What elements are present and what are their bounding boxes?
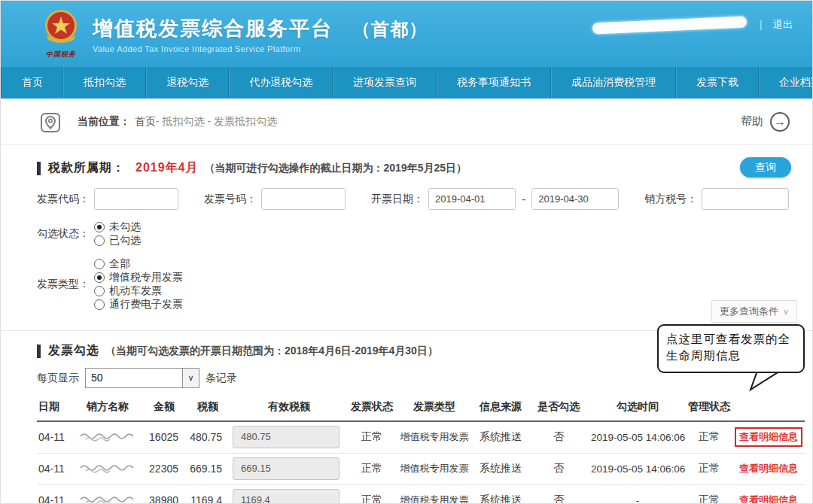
date-range-dash: -: [522, 193, 525, 206]
tax-period-value: 2019年4月: [136, 160, 199, 176]
cell-manage-status: 正常: [686, 421, 732, 453]
title-block: 增值税发票综合服务平台 （首都） Value Added Tax Invoice…: [93, 15, 428, 53]
nav-item-company-archive[interactable]: 企业档案信息: [759, 67, 813, 99]
invoice-check-note: （当期可勾选发票的开票日期范围为：2018年4月6日-2019年4月30日）: [105, 345, 438, 358]
logo-caption: 中国税务: [40, 50, 82, 59]
chevron-down-icon: ∨: [783, 307, 789, 317]
more-conditions-label: 更多查询条件: [720, 305, 778, 318]
cell-date: 04-11: [37, 453, 73, 484]
cell-effective-tax: 669.15: [230, 453, 349, 484]
breadcrumb-path: - 抵扣勾选 - 发票抵扣勾选: [156, 115, 277, 129]
view-detail-link[interactable]: 查看明细信息: [739, 463, 798, 474]
view-detail-link[interactable]: 查看明细信息: [739, 431, 798, 442]
section-bar: [37, 162, 41, 175]
radio-unchecked-icon[interactable]: [94, 299, 105, 310]
date-to-input[interactable]: [531, 188, 619, 210]
tax-period-note: （当期可进行勾选操作的截止日期为：2019年5月25日）: [205, 162, 467, 175]
nav-item-tax-notice[interactable]: 税务事项通知书: [437, 67, 551, 99]
help-button[interactable]: 帮助 →: [741, 112, 790, 132]
cell-checked: 否: [528, 421, 589, 453]
nav-item-invoice-download[interactable]: 发票下载: [676, 67, 759, 99]
table-row: 04-1122305669.15669.15正常增值税专用发票系统推送否2019…: [37, 453, 805, 484]
filter-inputs-row: 发票代码： 发票号码： 开票日期： - 销方税号：: [37, 188, 782, 210]
nav-item-deduction-check[interactable]: 抵扣勾选: [63, 67, 146, 99]
radio-checked-icon[interactable]: [94, 222, 105, 232]
invoice-type-option-2[interactable]: 机动车发票: [94, 284, 183, 298]
masked-seller-scribble: [78, 493, 137, 504]
cell-amount: 16025: [142, 421, 186, 453]
check-status-row: 勾选状态： 未勾选已勾选: [37, 220, 782, 247]
check-status-option-0[interactable]: 未勾选: [94, 220, 141, 234]
col-invoice-type: 发票类型: [395, 396, 473, 421]
effective-tax-input[interactable]: 1169.4: [233, 489, 340, 504]
invoice-number-input[interactable]: [261, 188, 346, 210]
nav-item-tax-refund-check[interactable]: 退税勾选: [146, 67, 229, 99]
radio-unchecked-icon[interactable]: [94, 286, 105, 296]
red-highlight-box: 查看明细信息: [735, 427, 802, 447]
col-effective-tax: 有效税额: [230, 396, 349, 421]
cell-checked: 否: [528, 484, 589, 504]
invoice-type-option-0[interactable]: 全部: [94, 257, 183, 271]
nav-item-agency-refund-check[interactable]: 代办退税勾选: [229, 67, 333, 99]
vat-invoice-platform-page: 中国税务 增值税发票综合服务平台 （首都） Value Added Tax In…: [0, 0, 813, 504]
col-actions: [732, 396, 805, 421]
col-checked: 是否勾选: [528, 396, 589, 421]
tax-period-label: 税款所属期：: [48, 160, 125, 176]
user-area: ｜ 退出: [592, 17, 793, 32]
invoice-type-option-1[interactable]: 增值税专用发票: [94, 271, 183, 284]
page-size-value: 50: [86, 369, 182, 387]
check-status-option-label: 未勾选: [109, 220, 141, 234]
page-size-select[interactable]: 50 ∨: [85, 368, 199, 388]
date-from-input[interactable]: [428, 188, 516, 210]
help-arrow-icon: →: [770, 112, 790, 132]
cell-invoice-type: 增值税专用发票: [395, 421, 473, 453]
filter-section: 税款所属期： 2019年4月 （当期可进行勾选操作的截止日期为：2019年5月2…: [1, 145, 812, 331]
check-status-option-1[interactable]: 已勾选: [94, 234, 141, 247]
col-amount: 金额: [142, 396, 186, 421]
cell-actions: 查看明细信息: [732, 484, 805, 504]
col-date: 日期: [37, 396, 73, 421]
query-button[interactable]: 查询: [740, 157, 791, 178]
col-source: 信息来源: [473, 396, 528, 421]
view-detail-link[interactable]: 查看明细信息: [739, 494, 798, 504]
nav-item-refined-oil-tax[interactable]: 成品油消费税管理: [551, 67, 676, 99]
cell-manage-status: 正常: [686, 484, 732, 504]
nav-item-home[interactable]: 首页: [2, 67, 63, 99]
more-conditions-button[interactable]: 更多查询条件 ∨: [711, 300, 797, 323]
invoice-code-input[interactable]: [94, 188, 178, 210]
cell-invoice-status: 正常: [349, 453, 395, 484]
radio-unchecked-icon[interactable]: [94, 259, 105, 269]
effective-tax-input[interactable]: 480.75: [233, 426, 340, 448]
cell-seller-masked: [73, 453, 142, 484]
invoice-type-row: 发票类型： 全部增值税专用发票机动车发票通行费电子发票: [37, 257, 782, 311]
invoice-code-label: 发票代码：: [37, 193, 90, 206]
seller-tax-id-input[interactable]: [702, 188, 789, 210]
nav-item-input-invoice-query[interactable]: 进项发票查询: [333, 67, 437, 99]
radio-unchecked-icon[interactable]: [94, 235, 105, 246]
invoice-check-title: 发票勾选: [48, 343, 99, 359]
invoice-number-label: 发票号码：: [204, 193, 257, 206]
effective-tax-input[interactable]: 669.15: [233, 457, 340, 480]
invoice-type-option-label: 通行费电子发票: [109, 298, 183, 311]
masked-seller-scribble: [78, 462, 137, 474]
breadcrumb-bar: 当前位置： 首页 - 抵扣勾选 - 发票抵扣勾选 帮助 →: [1, 99, 812, 145]
cell-tax: 1169.4: [186, 484, 230, 504]
section-bar: [37, 345, 41, 358]
col-tax: 税额: [186, 396, 230, 421]
cell-seller-masked: [73, 484, 142, 504]
invoice-date-label: 开票日期：: [371, 193, 424, 206]
cell-invoice-status: 正常: [349, 484, 395, 504]
cell-invoice-type: 增值税专用发票: [395, 453, 473, 484]
page-size-prefix: 每页显示: [37, 372, 79, 385]
logout-button[interactable]: 退出: [773, 18, 793, 32]
invoice-type-label: 发票类型：: [37, 278, 90, 291]
select-dropdown-icon: ∨: [182, 369, 199, 387]
invoice-type-option-3[interactable]: 通行费电子发票: [94, 298, 183, 311]
page-size-suffix: 条记录: [206, 372, 237, 385]
masked-username: [592, 16, 747, 34]
breadcrumb-home-link[interactable]: 首页: [135, 115, 156, 129]
user-separator: ｜: [756, 18, 766, 32]
invoice-type-option-label: 增值税专用发票: [109, 271, 183, 284]
seller-tax-id-label: 销方税号：: [644, 193, 697, 206]
radio-checked-icon[interactable]: [94, 272, 105, 283]
